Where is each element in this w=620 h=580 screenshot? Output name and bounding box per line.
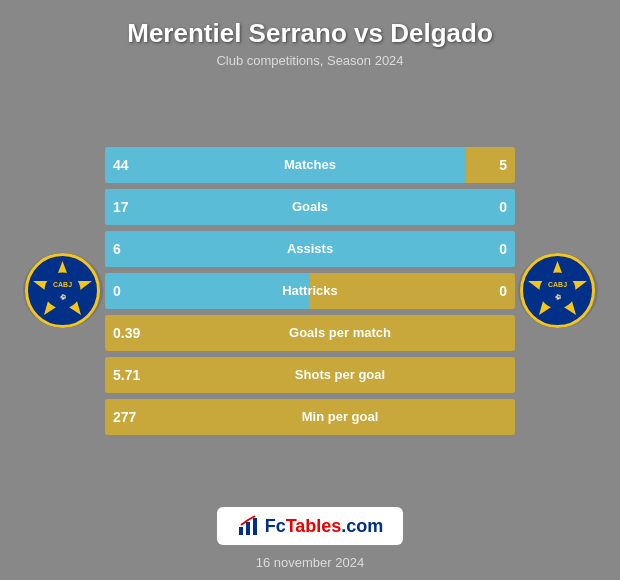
brand-com: .com [341, 516, 383, 536]
stat-val-spg: 5.71 [105, 367, 165, 383]
brand-text: FcTables.com [265, 516, 384, 537]
stat-row-goals: 17 Goals 0 [105, 189, 515, 225]
stat-right-matches: 5 [467, 157, 515, 173]
stat-right-goals: 0 [467, 199, 515, 215]
cabj-logo-left: CABJ ⚽ [25, 253, 100, 328]
stat-row-spg: 5.71 Shots per goal [105, 357, 515, 393]
stat-left-hattricks: 0 [105, 283, 153, 299]
stat-label-goals: Goals [153, 199, 467, 214]
main-container: Merentiel Serrano vs Delgado Club compet… [0, 0, 620, 580]
svg-text:⚽: ⚽ [555, 294, 562, 301]
page-title: Merentiel Serrano vs Delgado [127, 18, 493, 49]
logo-left: CABJ ⚽ [20, 253, 105, 328]
right-logo-oval: CABJ ⚽ [518, 253, 598, 328]
stat-left-matches: 44 [105, 157, 153, 173]
brand-tables: Tables [286, 516, 342, 536]
svg-text:⚽: ⚽ [60, 294, 67, 301]
stat-row-gpm: 0.39 Goals per match [105, 315, 515, 351]
stat-left-goals: 17 [105, 199, 153, 215]
stat-label-matches: Matches [153, 157, 467, 172]
stat-row-matches: 44 Matches 5 [105, 147, 515, 183]
stat-row-mpg: 277 Min per goal [105, 399, 515, 435]
svg-rect-10 [239, 527, 243, 535]
page-subtitle: Club competitions, Season 2024 [216, 53, 403, 68]
svg-point-2 [45, 273, 81, 309]
svg-text:CABJ: CABJ [548, 281, 567, 288]
footer-date: 16 november 2024 [256, 555, 364, 570]
stat-label-spg: Shots per goal [165, 367, 515, 382]
main-area: CABJ ⚽ 44 Matches 5 17 Goals 0 [20, 86, 600, 495]
stat-val-gpm: 0.39 [105, 325, 165, 341]
svg-rect-12 [253, 518, 257, 535]
svg-text:CABJ: CABJ [53, 281, 72, 288]
stat-label-assists: Assists [153, 241, 467, 256]
stats-area: 44 Matches 5 17 Goals 0 6 Assists 0 [105, 147, 515, 435]
stat-row-assists: 6 Assists 0 [105, 231, 515, 267]
stat-label-gpm: Goals per match [165, 325, 515, 340]
stat-row-hattricks: 0 Hattricks 0 [105, 273, 515, 309]
stat-right-hattricks: 0 [467, 283, 515, 299]
cabj-logo-right: CABJ ⚽ [520, 253, 595, 328]
logo-right: CABJ ⚽ [515, 253, 600, 328]
left-logo-oval: CABJ ⚽ [23, 253, 103, 328]
stat-label-mpg: Min per goal [165, 409, 515, 424]
stat-right-assists: 0 [467, 241, 515, 257]
svg-rect-11 [246, 522, 250, 535]
stat-label-hattricks: Hattricks [153, 283, 467, 298]
brand-fc: Fc [265, 516, 286, 536]
stat-left-assists: 6 [105, 241, 153, 257]
brand-badge[interactable]: FcTables.com [217, 507, 404, 545]
stat-val-mpg: 277 [105, 409, 165, 425]
svg-point-7 [540, 273, 576, 309]
brand-chart-icon [237, 515, 259, 537]
